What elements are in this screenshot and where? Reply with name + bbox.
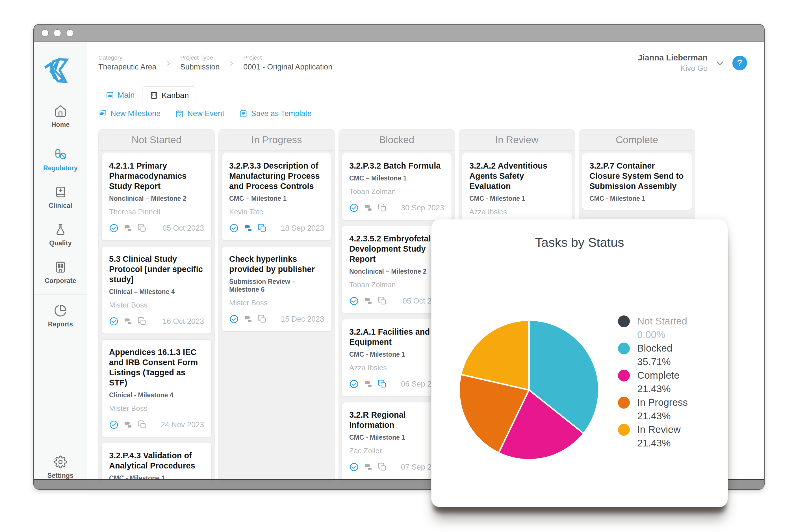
sidebar-item-corporate[interactable]: Corporate	[34, 254, 87, 291]
check-circle-icon[interactable]	[349, 462, 359, 472]
task-card-due-date: 05 Oct 2023	[163, 224, 204, 233]
task-card-assignee: Kevin Tate	[229, 208, 324, 216]
comments-icon[interactable]	[243, 314, 253, 324]
window-close-button[interactable]	[41, 30, 49, 37]
task-card-milestone: CMC - Milestone 1	[349, 350, 444, 358]
check-circle-icon[interactable]	[229, 223, 239, 233]
task-card-assignee: Toban Zolman	[349, 280, 444, 289]
breadcrumb-item[interactable]: CategoryTherapeutic Area	[98, 54, 156, 72]
tab-kanban[interactable]: Kanban	[142, 87, 197, 104]
legend-percent: 21.43%	[637, 382, 680, 396]
chart-legend: Not Started0.00%Blocked35.71%Complete21.…	[618, 314, 688, 450]
task-card-assignee: Toban Zolman	[349, 187, 444, 196]
sidebar-item-regulatory[interactable]: Regulatory	[34, 141, 87, 179]
tab-main[interactable]: Main	[98, 87, 142, 104]
sidebar-item-home[interactable]: Home	[34, 98, 87, 135]
check-circle-icon	[229, 223, 239, 233]
copy-icon	[137, 420, 147, 430]
toolbar-save-as-template-button[interactable]: Save as Template	[239, 109, 312, 118]
sidebar-item-label: Regulatory	[43, 164, 78, 172]
task-card[interactable]: 4.2.1.1 Primary Pharmacodynamics Study R…	[101, 153, 211, 241]
task-card-assignee: Theresa Pinnell	[109, 208, 204, 216]
copy-icon[interactable]	[377, 379, 387, 389]
kivo-logo[interactable]	[34, 42, 87, 98]
chevron-right-icon	[165, 59, 172, 67]
task-card[interactable]: Check hyperlinks provided by publisherSu…	[222, 246, 332, 331]
window-minimize-button[interactable]	[54, 30, 61, 37]
check-circle-icon[interactable]	[349, 296, 359, 306]
check-circle-icon[interactable]	[349, 379, 359, 389]
kanban-column-title: In Review	[459, 130, 575, 150]
legend-item-not-started: Not Started0.00%	[618, 314, 688, 341]
legend-item-blocked: Blocked35.71%	[618, 341, 688, 368]
task-card-footer: 15 Dec 2023	[229, 314, 324, 324]
copy-icon[interactable]	[137, 420, 147, 430]
comments-icon[interactable]	[363, 296, 373, 306]
comments-icon[interactable]	[123, 317, 133, 326]
legend-color-dot	[618, 424, 630, 436]
toolbar-new-milestone-button[interactable]: New Milestone	[98, 109, 161, 118]
breadcrumb-item[interactable]: Project0001 - Original Application	[243, 54, 332, 72]
comments-icon[interactable]	[363, 462, 373, 472]
comments-icon[interactable]	[123, 223, 133, 233]
list-icon	[106, 91, 114, 99]
copy-icon[interactable]	[257, 314, 267, 324]
check-circle-icon[interactable]	[349, 203, 359, 213]
tab-label: Main	[117, 91, 135, 100]
task-card[interactable]: Appendices 16.1.3 IEC and IRB Consent Fo…	[101, 339, 211, 437]
comments-icon[interactable]	[123, 420, 133, 430]
task-card-footer: 18 Sep 2023	[229, 223, 324, 233]
copy-icon	[137, 223, 147, 233]
comments-icon	[243, 314, 253, 324]
toolbar-new-event-button[interactable]: New Event	[175, 109, 224, 118]
task-card-status-icons	[109, 420, 147, 430]
copy-icon[interactable]	[377, 296, 387, 306]
task-card-title: 3.2.R Regional Information	[349, 410, 444, 430]
copy-icon	[377, 203, 387, 213]
copy-icon[interactable]	[377, 462, 387, 472]
comments-icon[interactable]	[363, 379, 373, 389]
comments-icon[interactable]	[363, 203, 373, 213]
sidebar-item-quality[interactable]: Quality	[34, 216, 87, 254]
check-circle-icon[interactable]	[229, 314, 239, 324]
window-zoom-button[interactable]	[66, 30, 73, 37]
sidebar-item-label: Settings	[48, 472, 73, 479]
task-card-status-icons	[349, 462, 387, 472]
calendar-check-icon	[175, 109, 184, 118]
task-card[interactable]: 3.2.P.4.3 Validation of Analytical Proce…	[101, 443, 211, 483]
check-circle-icon[interactable]	[109, 420, 119, 430]
comments-icon	[363, 379, 373, 389]
legend-text: Blocked35.71%	[637, 341, 672, 368]
kanban-column-in-progress: In Progress3.2.P.3.3 Description of Manu…	[218, 129, 335, 483]
copy-icon	[377, 296, 387, 306]
check-circle-icon[interactable]	[109, 223, 119, 233]
breadcrumb-item[interactable]: Project TypeSubmission	[180, 54, 220, 72]
task-card[interactable]: 5.3 Clinical Study Protocol [under speci…	[101, 246, 211, 334]
task-card-status-icons	[229, 314, 267, 324]
copy-icon[interactable]	[377, 203, 387, 213]
page: HomeRegulatoryClinicalQualityCorporateRe…	[0, 0, 794, 532]
copy-icon[interactable]	[137, 317, 147, 326]
task-card-footer: 05 Oct 2023	[109, 223, 204, 233]
kanban-column-cards: 4.2.1.1 Primary Pharmacodynamics Study R…	[99, 150, 215, 483]
task-card[interactable]: 3.2.P.3.3 Description of Manufacturing P…	[222, 153, 332, 241]
comments-icon[interactable]	[243, 223, 253, 233]
copy-icon[interactable]	[257, 223, 267, 233]
sidebar-item-reports[interactable]: Reports	[34, 297, 87, 335]
legend-item-in-progress: In Progress21.43%	[618, 396, 688, 423]
task-card-footer: 30 Sep 2023	[349, 203, 444, 213]
task-card[interactable]: 3.2.P.7 Container Closure System Send to…	[582, 153, 692, 210]
check-circle-icon[interactable]	[109, 317, 119, 326]
sidebar-item-clinical[interactable]: Clinical	[34, 179, 87, 216]
help-button[interactable]: ?	[733, 56, 747, 70]
task-card[interactable]: 3.2.P.3.2 Batch FormulaCMC – Milestone 1…	[341, 153, 452, 220]
copy-icon[interactable]	[137, 223, 147, 233]
legend-label: In Review	[637, 423, 681, 436]
chevron-down-icon[interactable]	[715, 58, 725, 68]
user-menu[interactable]: Jianna Lieberman Kivo Go	[638, 53, 707, 73]
task-card-title: 3.2.P.4.3 Validation of Analytical Proce…	[109, 450, 204, 471]
chevron-right-icon	[228, 60, 235, 67]
legend-text: In Progress21.43%	[637, 396, 688, 423]
breadcrumb: CategoryTherapeutic AreaProject TypeSubm…	[98, 54, 332, 72]
task-card[interactable]: 3.2.A.2 Adventitious Agents Safety Evalu…	[462, 153, 572, 224]
